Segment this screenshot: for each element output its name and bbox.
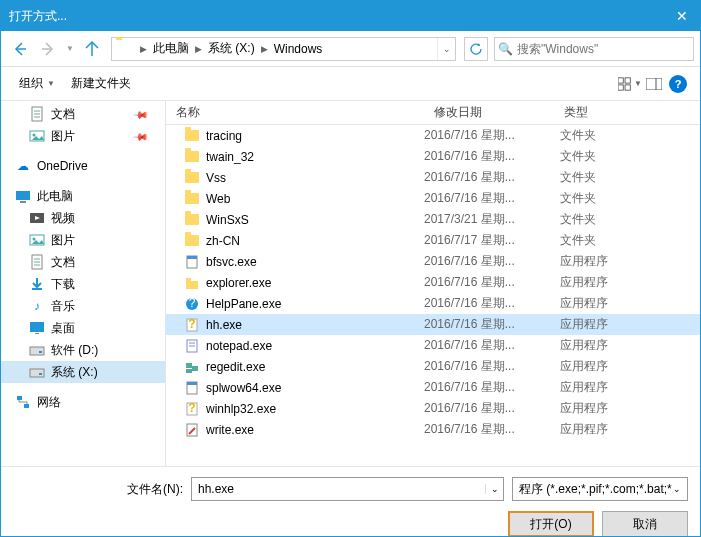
- nav-bar: ▼ ▶ 此电脑 ▶ 系统 (X:) ▶ Windows ⌄ 🔍: [1, 31, 700, 67]
- file-type: 应用程序: [554, 274, 700, 291]
- sidebar-item[interactable]: 此电脑: [1, 185, 165, 207]
- sidebar-item[interactable]: ♪音乐: [1, 295, 165, 317]
- sidebar-item[interactable]: 下载: [1, 273, 165, 295]
- column-date[interactable]: 修改日期: [424, 104, 554, 121]
- svg-rect-29: [24, 404, 29, 408]
- chevron-down-icon: ⌄: [673, 484, 681, 494]
- chevron-right-icon[interactable]: ▶: [259, 44, 270, 54]
- svg-rect-28: [17, 396, 22, 400]
- file-row[interactable]: explorer.exe2016/7/16 星期...应用程序: [166, 272, 700, 293]
- file-row[interactable]: splwow64.exe2016/7/16 星期...应用程序: [166, 377, 700, 398]
- pic-icon: [29, 232, 45, 248]
- sidebar-item[interactable]: 图片: [1, 229, 165, 251]
- file-row[interactable]: zh-CN2016/7/17 星期...文件夹: [166, 230, 700, 251]
- file-row[interactable]: ?winhlp32.exe2016/7/16 星期...应用程序: [166, 398, 700, 419]
- folder-icon: [116, 40, 134, 58]
- chevron-down-icon: ▼: [634, 79, 642, 88]
- file-date: 2016/7/16 星期...: [424, 358, 554, 375]
- filename-input-wrap: ⌄: [191, 477, 504, 501]
- chevron-right-icon[interactable]: ▶: [138, 44, 149, 54]
- view-mode-button[interactable]: ▼: [618, 72, 642, 96]
- svg-rect-12: [16, 191, 30, 200]
- file-row[interactable]: notepad.exe2016/7/16 星期...应用程序: [166, 335, 700, 356]
- file-row[interactable]: write.exe2016/7/16 星期...应用程序: [166, 419, 700, 440]
- sidebar-item-label: 文档: [51, 254, 75, 271]
- sidebar-item-label: 图片: [51, 232, 75, 249]
- file-date: 2016/7/16 星期...: [424, 127, 554, 144]
- file-name: WinSxS: [206, 213, 249, 227]
- sidebar-item[interactable]: 视频: [1, 207, 165, 229]
- file-row[interactable]: ?HelpPane.exe2016/7/16 星期...应用程序: [166, 293, 700, 314]
- file-list-body[interactable]: tracing2016/7/16 星期...文件夹twain_322016/7/…: [166, 125, 700, 466]
- breadcrumb-dropdown[interactable]: ⌄: [437, 38, 455, 60]
- svg-rect-22: [30, 322, 44, 332]
- file-type: 文件夹: [554, 148, 700, 165]
- sidebar-item[interactable]: 文档📌: [1, 103, 165, 125]
- back-button[interactable]: [7, 36, 33, 62]
- open-button[interactable]: 打开(O): [508, 511, 594, 537]
- search-box[interactable]: 🔍: [494, 37, 694, 61]
- cancel-button[interactable]: 取消: [602, 511, 688, 537]
- sidebar-item[interactable]: ☁OneDrive: [1, 155, 165, 177]
- svg-rect-43: [186, 369, 192, 373]
- new-folder-button[interactable]: 新建文件夹: [63, 71, 139, 96]
- sidebar-item[interactable]: 网络: [1, 391, 165, 413]
- breadcrumb-item[interactable]: 此电脑: [149, 40, 193, 57]
- file-row[interactable]: Vss2016/7/16 星期...文件夹: [166, 167, 700, 188]
- file-icon: ?: [184, 317, 200, 333]
- file-row[interactable]: WinSxS2017/3/21 星期...文件夹: [166, 209, 700, 230]
- recent-dropdown[interactable]: ▼: [63, 36, 77, 62]
- file-date: 2016/7/16 星期...: [424, 169, 554, 186]
- breadcrumb[interactable]: ▶ 此电脑 ▶ 系统 (X:) ▶ Windows ⌄: [111, 37, 456, 61]
- breadcrumb-item[interactable]: Windows: [270, 42, 327, 56]
- sidebar: 文档📌图片📌☁OneDrive此电脑视频图片文档下载♪音乐桌面软件 (D:)系统…: [1, 101, 166, 466]
- breadcrumb-item[interactable]: 系统 (X:): [204, 40, 259, 57]
- file-icon: ?: [184, 401, 200, 417]
- forward-button[interactable]: [35, 36, 61, 62]
- sidebar-item-label: 下载: [51, 276, 75, 293]
- onedrive-icon: ☁: [15, 158, 31, 174]
- filename-input[interactable]: [192, 482, 485, 496]
- file-row[interactable]: regedit.exe2016/7/16 星期...应用程序: [166, 356, 700, 377]
- preview-pane-button[interactable]: [642, 72, 666, 96]
- file-row[interactable]: Web2016/7/16 星期...文件夹: [166, 188, 700, 209]
- file-row[interactable]: ?hh.exe2016/7/16 星期...应用程序: [166, 314, 700, 335]
- svg-rect-2: [618, 84, 623, 89]
- sidebar-item[interactable]: 软件 (D:): [1, 339, 165, 361]
- sidebar-item[interactable]: 文档: [1, 251, 165, 273]
- sidebar-item[interactable]: 系统 (X:): [1, 361, 165, 383]
- organize-menu[interactable]: 组织 ▼: [11, 71, 63, 96]
- file-row[interactable]: bfsvc.exe2016/7/16 星期...应用程序: [166, 251, 700, 272]
- up-button[interactable]: [79, 36, 105, 62]
- network-icon: [15, 394, 31, 410]
- file-type-filter[interactable]: 程序 (*.exe;*.pif;*.com;*.bat;*. ⌄: [512, 477, 688, 501]
- file-type: 应用程序: [554, 379, 700, 396]
- refresh-button[interactable]: [464, 37, 488, 61]
- search-input[interactable]: [515, 42, 693, 56]
- file-icon: [184, 170, 200, 186]
- column-type[interactable]: 类型: [554, 104, 700, 121]
- file-icon: [184, 128, 200, 144]
- sidebar-item[interactable]: 图片📌: [1, 125, 165, 147]
- column-name[interactable]: 名称: [166, 104, 424, 121]
- svg-rect-41: [186, 363, 192, 368]
- chevron-right-icon[interactable]: ▶: [193, 44, 204, 54]
- file-type: 应用程序: [554, 295, 700, 312]
- file-row[interactable]: tracing2016/7/16 星期...文件夹: [166, 125, 700, 146]
- file-date: 2017/3/21 星期...: [424, 211, 554, 228]
- file-type: 文件夹: [554, 169, 700, 186]
- svg-rect-1: [625, 77, 630, 82]
- svg-text:?: ?: [188, 317, 195, 331]
- file-date: 2016/7/16 星期...: [424, 274, 554, 291]
- help-button[interactable]: ?: [666, 72, 690, 96]
- svg-rect-32: [186, 281, 198, 289]
- disk-icon: [29, 342, 45, 358]
- sidebar-item-label: OneDrive: [37, 159, 88, 173]
- filename-dropdown[interactable]: ⌄: [485, 484, 503, 494]
- file-type: 应用程序: [554, 337, 700, 354]
- sidebar-item[interactable]: 桌面: [1, 317, 165, 339]
- file-name: explorer.exe: [206, 276, 271, 290]
- file-name: write.exe: [206, 423, 254, 437]
- file-row[interactable]: twain_322016/7/16 星期...文件夹: [166, 146, 700, 167]
- close-icon[interactable]: ✕: [672, 8, 692, 24]
